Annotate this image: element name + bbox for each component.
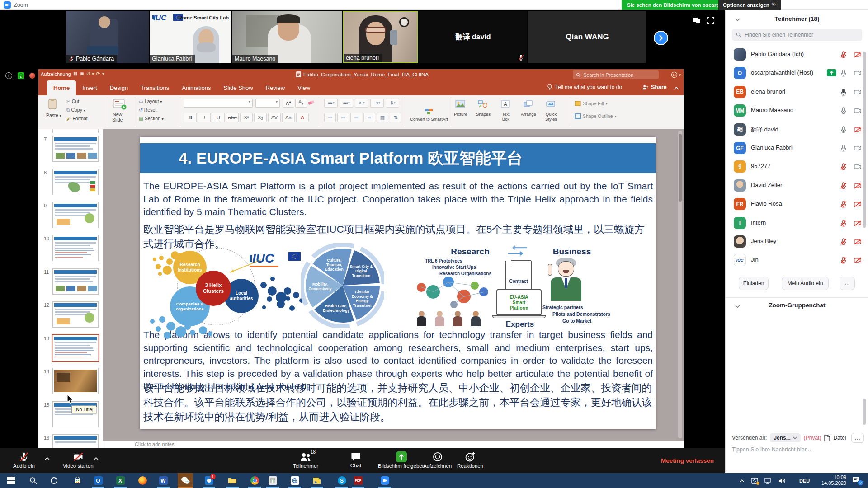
participant-row[interactable]: Pablo Gándara (Ich) — [726, 45, 868, 64]
quick-styles-button[interactable]: QuickStyles — [540, 112, 562, 122]
align-button[interactable]: ☰ — [350, 113, 362, 122]
start-icon[interactable] — [3, 475, 19, 486]
convert-smartart-button[interactable]: Convert to SmartArt — [409, 108, 449, 122]
info-icon[interactable]: i — [5, 72, 12, 79]
toolbar-teilnehmer[interactable]: 18Teilnehmer — [289, 448, 322, 473]
leave-meeting-button[interactable]: Meeting verlassen — [661, 448, 714, 473]
thumb-slide-11[interactable] — [52, 268, 99, 295]
share-button[interactable]: Share — [642, 84, 667, 90]
shapes-icon[interactable] — [478, 100, 488, 108]
font-style-button-x₂[interactable]: X₂ — [254, 113, 267, 122]
font-style-button-aa[interactable]: Aa — [282, 113, 295, 122]
font-style-button-abe[interactable]: abe — [226, 113, 239, 122]
participant-row[interactable]: FRFlavio Rosa — [726, 195, 868, 213]
thumb-slide-13[interactable] — [52, 335, 99, 361]
cortana-icon[interactable] — [46, 475, 61, 486]
notes-area[interactable]: Click to add notes — [103, 441, 684, 448]
arrange-button[interactable]: Arrange — [518, 112, 539, 117]
next-participants-button[interactable] — [654, 31, 668, 45]
thumb-slide-14[interactable] — [52, 368, 99, 394]
thumb-slide-10[interactable] — [52, 235, 99, 261]
new-slide-icon[interactable] — [113, 99, 127, 110]
participant-row[interactable]: MMMauro Maesano — [726, 101, 868, 120]
align-button[interactable]: ▥ — [377, 113, 388, 122]
font-size-dropdown[interactable]: ▾ — [255, 99, 280, 108]
participant-row[interactable]: 9957277 — [726, 157, 868, 176]
chat-scrollbar[interactable] — [863, 399, 866, 425]
toolbar-chevron-up-icon[interactable] — [43, 455, 51, 462]
thumb-slide-9[interactable] — [52, 202, 99, 228]
thumb-slide-8[interactable] — [52, 169, 99, 195]
pdf-app-icon[interactable]: PDF — [350, 475, 366, 486]
store-icon[interactable] — [70, 475, 85, 486]
align-button[interactable]: ⇅ — [390, 113, 401, 122]
shape-outline-button[interactable]: Shape Outline ▾ — [575, 113, 617, 119]
align-button[interactable]: ☰ — [324, 113, 336, 122]
participant-row[interactable]: 翻翻译 david — [726, 120, 868, 139]
clock[interactable]: 10:0914.05.2020 — [817, 474, 846, 486]
file-icon[interactable] — [824, 435, 830, 441]
chrome-icon[interactable] — [247, 475, 262, 486]
layout-button[interactable]: ▭ Layout ▾ — [139, 99, 162, 104]
participant-search-box[interactable]: Finden Sie einen Teilnehmer — [732, 29, 862, 41]
notes-app-icon[interactable] — [309, 475, 325, 486]
sync-icon[interactable] — [751, 478, 758, 484]
thumb-slide-partial[interactable] — [52, 129, 99, 133]
paragraph-button[interactable]: ≕ ▾ — [340, 99, 353, 108]
participant-row[interactable]: GFGianluca Fabbri — [726, 139, 868, 157]
paste-button[interactable]: Paste ▾ — [46, 113, 61, 118]
finance-app-icon[interactable] — [265, 475, 280, 486]
shapes-button[interactable]: Shapes — [472, 112, 494, 117]
chat-input[interactable]: Tippen Sie Ihre Nachricht hier... — [732, 446, 811, 453]
pause-icon[interactable] — [73, 71, 78, 76]
text-box-button[interactable]: TextBox — [495, 112, 517, 122]
undo-icon[interactable]: ↺ ▾ — [86, 71, 94, 77]
tab-view[interactable]: View — [291, 80, 316, 95]
gallery-view-icon[interactable] — [693, 17, 701, 24]
text-box-icon[interactable]: A — [500, 100, 510, 108]
redo-icon[interactable]: ⟳ — [96, 71, 100, 77]
paragraph-button[interactable]: ⇤ ▾ — [355, 99, 368, 108]
reset-button[interactable]: ↺ Reset — [139, 107, 156, 113]
new-slide-button[interactable]: NewSlide — [112, 112, 123, 122]
unmute-audio-button[interactable]: Mein Audio ein — [782, 277, 829, 290]
arrange-icon[interactable] — [523, 100, 533, 108]
thumb-slide-12[interactable] — [52, 301, 99, 328]
copy-button[interactable]: ⧉ Copy ▾ — [66, 107, 85, 113]
participant-scrollbar[interactable] — [863, 52, 866, 228]
explorer-icon[interactable] — [225, 475, 240, 486]
shrink-font-button[interactable]: A▾ — [295, 99, 307, 108]
tab-review[interactable]: Review — [259, 80, 292, 95]
toolbar-chat[interactable]: Chat — [340, 448, 372, 473]
word-icon[interactable]: W — [156, 475, 171, 486]
clear-formatting-button[interactable] — [308, 99, 315, 106]
participant-row[interactable]: EBelena brunori — [726, 83, 868, 101]
zoom-app-icon[interactable] — [377, 475, 392, 486]
network-icon[interactable] — [764, 478, 772, 484]
toolbar-chevron-up-icon[interactable] — [92, 455, 99, 462]
speaker-icon[interactable] — [778, 478, 786, 484]
section-button[interactable]: ▤ Section ▾ — [139, 116, 164, 121]
toolbar-reaktionen[interactable]: Reaktionen — [454, 448, 486, 473]
font-style-button-a[interactable]: A — [296, 113, 309, 122]
banner-close-icon[interactable]: ✕ — [771, 1, 775, 7]
align-button[interactable]: ☰ — [337, 113, 349, 122]
format-painter-button[interactable]: 🖌 Format — [66, 116, 88, 121]
toolbar-audio-ein[interactable]: Audio ein — [8, 448, 40, 473]
collapse-ribbon-icon[interactable] — [674, 86, 679, 90]
shape-fill-button[interactable]: Shape Fill ▾ — [575, 101, 608, 106]
excel-icon[interactable]: X — [113, 475, 128, 486]
paragraph-button[interactable]: ⇥ ▾ — [370, 99, 384, 108]
participant-row[interactable]: IUCJin — [726, 251, 868, 269]
chat-more-button[interactable]: ... — [851, 433, 864, 443]
tab-animations[interactable]: Animations — [175, 80, 217, 95]
toolbar-aufzeichnen[interactable]: Aufzeichnen — [420, 448, 455, 473]
tell-me-box[interactable]: Tell me what you want to do — [547, 84, 622, 90]
font-style-button-i[interactable]: I — [198, 113, 211, 122]
font-style-button-av[interactable]: AV — [268, 113, 281, 122]
thumb-slide-16[interactable] — [52, 434, 99, 448]
paragraph-button[interactable]: ⇕ ▾ — [386, 99, 399, 108]
participant-row[interactable]: David Zeller — [726, 176, 868, 195]
font-style-button-x²[interactable]: X² — [240, 113, 253, 122]
tab-design[interactable]: Design — [104, 80, 134, 95]
